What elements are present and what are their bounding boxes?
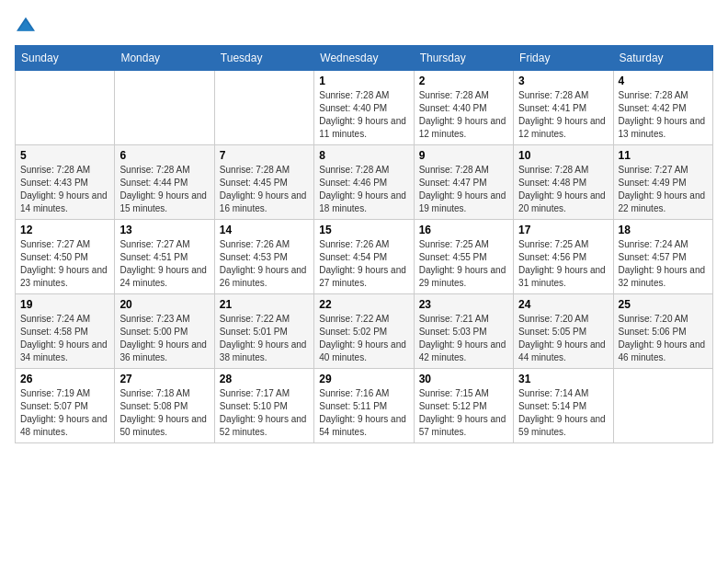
calendar-day-cell: 16Sunrise: 7:25 AMSunset: 4:55 PMDayligh… [414,220,513,294]
calendar-week-row: 5Sunrise: 7:28 AMSunset: 4:43 PMDaylight… [16,145,713,220]
calendar-day-cell: 23Sunrise: 7:21 AMSunset: 5:03 PMDayligh… [414,294,513,369]
day-info: Sunrise: 7:25 AMSunset: 4:55 PMDaylight:… [419,238,508,290]
day-info: Sunrise: 7:28 AMSunset: 4:46 PMDaylight:… [319,164,408,215]
day-number: 21 [220,298,309,311]
day-info: Sunrise: 7:23 AMSunset: 5:00 PMDaylight:… [119,313,209,364]
calendar-day-cell: 2Sunrise: 7:28 AMSunset: 4:40 PMDaylight… [414,71,513,145]
calendar-day-cell: 19Sunrise: 7:24 AMSunset: 4:58 PMDayligh… [16,294,115,369]
day-info: Sunrise: 7:27 AMSunset: 4:50 PMDaylight:… [20,238,109,290]
day-number: 24 [518,298,608,311]
calendar-day-cell: 14Sunrise: 7:26 AMSunset: 4:53 PMDayligh… [214,220,313,294]
calendar-week-row: 12Sunrise: 7:27 AMSunset: 4:50 PMDayligh… [16,220,713,294]
day-info: Sunrise: 7:16 AMSunset: 5:11 PMDaylight:… [319,387,408,439]
day-info: Sunrise: 7:22 AMSunset: 5:01 PMDaylight:… [220,313,309,364]
calendar-day-cell: 7Sunrise: 7:28 AMSunset: 4:45 PMDaylight… [214,145,313,220]
weekday-header: Wednesday [314,46,414,71]
day-info: Sunrise: 7:21 AMSunset: 5:03 PMDaylight:… [419,313,508,364]
day-info: Sunrise: 7:15 AMSunset: 5:12 PMDaylight:… [419,387,508,439]
calendar-week-row: 19Sunrise: 7:24 AMSunset: 4:58 PMDayligh… [16,294,713,369]
weekday-header: Friday [514,46,613,71]
day-info: Sunrise: 7:17 AMSunset: 5:10 PMDaylight:… [220,387,309,439]
day-info: Sunrise: 7:18 AMSunset: 5:08 PMDaylight:… [119,387,209,439]
calendar-table: SundayMondayTuesdayWednesdayThursdayFrid… [15,45,713,443]
day-info: Sunrise: 7:28 AMSunset: 4:47 PMDaylight:… [419,164,508,215]
calendar-day-cell: 31Sunrise: 7:14 AMSunset: 5:14 PMDayligh… [514,369,613,443]
day-number: 20 [119,298,209,311]
day-number: 5 [20,149,109,162]
day-info: Sunrise: 7:26 AMSunset: 4:53 PMDaylight:… [220,238,309,290]
day-number: 7 [220,149,309,162]
calendar-day-cell: 3Sunrise: 7:28 AMSunset: 4:41 PMDaylight… [514,71,613,145]
day-info: Sunrise: 7:14 AMSunset: 5:14 PMDaylight:… [518,387,608,439]
weekday-header: Tuesday [214,46,313,71]
day-number: 31 [518,373,608,385]
day-info: Sunrise: 7:28 AMSunset: 4:43 PMDaylight:… [20,164,109,215]
day-info: Sunrise: 7:28 AMSunset: 4:42 PMDaylight:… [619,89,708,141]
calendar-day-cell: 21Sunrise: 7:22 AMSunset: 5:01 PMDayligh… [214,294,313,369]
day-number: 12 [20,224,109,236]
day-number: 10 [518,149,608,162]
day-number: 25 [619,298,708,311]
logo [15,15,40,34]
day-number: 18 [619,224,708,236]
weekday-header: Monday [115,46,214,71]
calendar-day-cell: 8Sunrise: 7:28 AMSunset: 4:46 PMDaylight… [314,145,414,220]
day-info: Sunrise: 7:28 AMSunset: 4:45 PMDaylight:… [220,164,309,215]
calendar-day-cell: 4Sunrise: 7:28 AMSunset: 4:42 PMDaylight… [613,71,712,145]
weekday-header: Saturday [613,46,712,71]
day-number: 19 [20,298,109,311]
calendar-day-cell [214,71,313,145]
day-info: Sunrise: 7:28 AMSunset: 4:40 PMDaylight:… [319,89,408,141]
calendar-day-cell: 24Sunrise: 7:20 AMSunset: 5:05 PMDayligh… [514,294,613,369]
day-number: 26 [20,373,109,385]
calendar-day-cell [613,369,712,443]
day-number: 6 [119,149,209,162]
weekday-header: Sunday [16,46,115,71]
day-number: 9 [419,149,508,162]
day-number: 4 [619,75,708,87]
calendar-day-cell: 10Sunrise: 7:28 AMSunset: 4:48 PMDayligh… [514,145,613,220]
day-info: Sunrise: 7:28 AMSunset: 4:44 PMDaylight:… [119,164,209,215]
calendar-day-cell: 25Sunrise: 7:20 AMSunset: 5:06 PMDayligh… [613,294,712,369]
day-info: Sunrise: 7:25 AMSunset: 4:56 PMDaylight:… [518,238,608,290]
calendar-day-cell: 11Sunrise: 7:27 AMSunset: 4:49 PMDayligh… [613,145,712,220]
calendar-day-cell: 28Sunrise: 7:17 AMSunset: 5:10 PMDayligh… [214,369,313,443]
calendar-week-row: 26Sunrise: 7:19 AMSunset: 5:07 PMDayligh… [16,369,713,443]
calendar-day-cell: 22Sunrise: 7:22 AMSunset: 5:02 PMDayligh… [314,294,414,369]
calendar-day-cell: 26Sunrise: 7:19 AMSunset: 5:07 PMDayligh… [16,369,115,443]
day-info: Sunrise: 7:24 AMSunset: 4:58 PMDaylight:… [20,313,109,364]
calendar-day-cell: 12Sunrise: 7:27 AMSunset: 4:50 PMDayligh… [16,220,115,294]
calendar-day-cell: 17Sunrise: 7:25 AMSunset: 4:56 PMDayligh… [514,220,613,294]
calendar-header-row: SundayMondayTuesdayWednesdayThursdayFrid… [16,46,713,71]
calendar-day-cell [16,71,115,145]
page-header [15,15,713,34]
calendar-day-cell: 20Sunrise: 7:23 AMSunset: 5:00 PMDayligh… [115,294,214,369]
day-number: 13 [119,224,209,236]
calendar-day-cell: 1Sunrise: 7:28 AMSunset: 4:40 PMDaylight… [314,71,414,145]
weekday-header: Thursday [414,46,513,71]
day-number: 14 [220,224,309,236]
day-info: Sunrise: 7:28 AMSunset: 4:48 PMDaylight:… [518,164,608,215]
day-number: 16 [419,224,508,236]
day-info: Sunrise: 7:27 AMSunset: 4:49 PMDaylight:… [619,164,708,215]
day-number: 15 [319,224,408,236]
calendar-day-cell: 15Sunrise: 7:26 AMSunset: 4:54 PMDayligh… [314,220,414,294]
calendar-day-cell: 9Sunrise: 7:28 AMSunset: 4:47 PMDaylight… [414,145,513,220]
calendar-day-cell: 18Sunrise: 7:24 AMSunset: 4:57 PMDayligh… [613,220,712,294]
day-number: 28 [220,373,309,385]
calendar-day-cell: 13Sunrise: 7:27 AMSunset: 4:51 PMDayligh… [115,220,214,294]
logo-icon [15,16,37,34]
day-info: Sunrise: 7:27 AMSunset: 4:51 PMDaylight:… [119,238,209,290]
day-info: Sunrise: 7:20 AMSunset: 5:06 PMDaylight:… [619,313,708,364]
calendar-day-cell [115,71,214,145]
day-number: 8 [319,149,408,162]
day-number: 27 [119,373,209,385]
day-info: Sunrise: 7:26 AMSunset: 4:54 PMDaylight:… [319,238,408,290]
day-number: 3 [518,75,608,87]
day-number: 30 [419,373,508,385]
day-info: Sunrise: 7:19 AMSunset: 5:07 PMDaylight:… [20,387,109,439]
calendar-day-cell: 5Sunrise: 7:28 AMSunset: 4:43 PMDaylight… [16,145,115,220]
calendar-week-row: 1Sunrise: 7:28 AMSunset: 4:40 PMDaylight… [16,71,713,145]
day-number: 17 [518,224,608,236]
day-number: 11 [619,149,708,162]
